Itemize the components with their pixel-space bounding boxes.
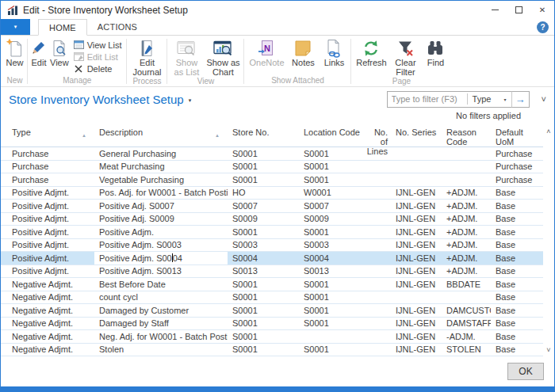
cell-location-code[interactable]: S0001 [299,147,364,160]
cell-no-series[interactable]: IJNL-GEN [391,213,442,226]
cell-reason-code[interactable]: +ADJM. [442,213,491,226]
vertical-scrollbar[interactable]: ˄ ˅ [543,125,554,356]
cell-description[interactable]: Damaged by Staff [94,318,228,330]
cell-no-of-lines[interactable] [364,304,391,317]
cell-no-series[interactable]: IJNL-GEN [391,265,442,278]
cell-default-uom[interactable]: Base [491,200,538,212]
cell-default-uom[interactable]: Base [491,330,538,343]
column-header-no-series[interactable]: No. Series [391,125,442,137]
cell-description[interactable]: Damaged by Customer [94,304,228,317]
cell-no-of-lines[interactable] [364,213,391,226]
cell-type[interactable]: Positive Adjmt. [7,187,94,200]
cell-store-no[interactable]: S0001 [228,330,299,343]
cell-type[interactable]: Positive Adjmt. [7,213,94,226]
app-menu-button[interactable]: ▼ [1,19,30,35]
cell-reason-code[interactable] [442,291,491,304]
cell-type[interactable]: Purchase [7,173,94,186]
cell-reason-code[interactable]: DAMSTAFF [442,318,491,330]
help-button[interactable]: ? [537,21,549,33]
cell-default-uom[interactable]: Purchase [491,173,538,186]
ok-button[interactable]: OK [507,363,544,380]
cell-default-uom[interactable]: Purchase [491,161,538,173]
filter-column-select[interactable]: Type [468,94,504,104]
cell-location-code[interactable]: S0003 [299,239,364,252]
cell-type[interactable]: Negative Adjmt. [7,344,94,356]
cell-store-no[interactable]: S0001 [228,318,299,330]
table-row[interactable]: Purchase Meat Purchasing S0001 S0001 Pur… [1,161,543,174]
cell-type[interactable]: Positive Adjmt. [7,239,94,252]
cell-location-code[interactable]: S0001 [299,278,364,291]
cell-reason-code[interactable]: +ADJM. [442,226,491,238]
cell-no-of-lines[interactable] [364,291,391,304]
table-row[interactable]: Negative Adjmt. Damaged by Staff S0001 S… [1,318,543,331]
cell-default-uom[interactable]: Base [491,252,538,265]
cell-no-of-lines[interactable] [364,226,391,238]
cell-location-code[interactable]: S0001 [299,173,364,186]
cell-store-no[interactable]: HO [228,187,299,200]
cell-description[interactable]: Positive Adjm. S0013 [94,265,228,278]
cell-type[interactable]: Purchase [7,147,94,160]
tab-home[interactable]: HOME [38,19,87,36]
table-row[interactable]: Negative Adjmt. Neg. Adj. for W0001 - Ba… [1,330,543,344]
cell-no-series[interactable]: IJNL-GEN [391,187,442,200]
cell-description[interactable]: General Purchasing [94,147,228,160]
cell-no-series[interactable]: IJNL-GEN [391,278,442,291]
show-as-chart-button[interactable]: Show as Chart [204,36,242,77]
cell-type[interactable]: Negative Adjmt. [7,318,94,330]
cell-store-no[interactable]: S0001 [228,291,299,304]
cell-default-uom[interactable]: Base [491,278,538,291]
cell-store-no[interactable]: S0001 [228,226,299,238]
cell-store-no[interactable]: S0009 [228,213,299,226]
scroll-down-icon[interactable]: ˅ [546,346,550,354]
cell-location-code[interactable]: S0001 [299,291,364,304]
cell-default-uom[interactable]: Base [491,304,538,317]
page-title-caret-icon[interactable]: ▾ [189,97,192,104]
cell-store-no[interactable]: S0007 [228,200,299,212]
cell-no-series[interactable]: IJNL-GEN [391,318,442,330]
cell-no-series[interactable] [391,147,442,160]
cell-store-no[interactable]: S0001 [228,278,299,291]
cell-no-series[interactable]: IJNL-GEN [391,239,442,252]
cell-location-code[interactable] [299,330,364,343]
cell-reason-code[interactable]: +ADJM. [442,239,491,252]
table-row[interactable]: Negative Adjmt. Damaged by Customer S000… [1,304,543,318]
column-header-location-code[interactable]: Location Code [299,125,364,137]
cell-store-no[interactable]: S0001 [228,304,299,317]
cell-store-no[interactable]: S0001 [228,173,299,186]
table-row[interactable]: Positive Adjmt. Positive Adj. S0009 S000… [1,213,543,226]
cell-no-of-lines[interactable] [364,147,391,160]
column-header-reason-code[interactable]: Reason Code [442,125,491,147]
cell-location-code[interactable]: S0013 [299,265,364,278]
cell-type[interactable]: Negative Adjmt. [7,330,94,343]
table-row[interactable]: Positive Adjmt. Pos. Adj. for W0001 - Ba… [1,187,543,200]
cell-type[interactable]: Positive Adjmt. [7,200,94,212]
cell-location-code[interactable]: W0001 [299,187,364,200]
cell-store-no[interactable]: S0003 [228,239,299,252]
maximize-button[interactable] [507,1,530,19]
cell-description[interactable]: Vegetable Purchasing [94,173,228,186]
chevron-down-icon[interactable]: ▾ [504,97,511,102]
cell-reason-code[interactable]: +ADJM. [442,187,491,200]
cell-type[interactable]: Negative Adjmt. [7,278,94,291]
cell-no-series[interactable]: IJNL-GEN [391,344,442,356]
cell-no-series[interactable]: IJNL-GEN [391,304,442,317]
cell-reason-code[interactable]: STOLEN [442,344,491,356]
scroll-up-icon[interactable]: ˄ [546,127,550,135]
close-button[interactable]: ✕ [530,1,554,19]
cell-reason-code[interactable] [442,161,491,173]
cell-location-code[interactable]: S0001 [299,344,364,356]
cell-description[interactable]: Best Before Date [94,278,228,291]
cell-description[interactable]: Pos. Adj. for W0001 - Batch Posting [94,187,228,200]
notes-button[interactable]: Notes [287,36,319,67]
column-header-type[interactable]: Type ▲ [7,125,94,140]
cell-type[interactable]: Positive Adjmt. [7,226,94,238]
cell-description[interactable]: Positive Adjm. [94,226,228,238]
cell-location-code[interactable]: S0007 [299,200,364,212]
apply-filter-button[interactable]: → [511,91,530,108]
cell-default-uom[interactable]: Base [491,213,538,226]
cell-location-code[interactable]: S0001 [299,161,364,173]
cell-description[interactable]: Positive Adj. S0007 [94,200,228,212]
table-row[interactable]: Negative Adjmt. count cycl S0001 S0001 B… [1,291,543,305]
table-row[interactable]: Positive Adjmt. Positive Adjm. S0013 S00… [1,265,543,279]
view-list-button[interactable]: View List [71,39,125,51]
